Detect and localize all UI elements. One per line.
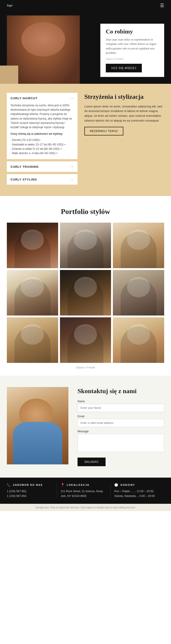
portfolio-heading: Portfolio stylów (7, 208, 164, 216)
list-item: Małe dziecko 1–4 lata (40–55 USD) + (11, 151, 74, 156)
location-lines: 121 Rock Street, 21 Avenue, Nowy Jork, N… (61, 489, 107, 498)
services-heading: Strzyżenia i stylizacja (84, 93, 164, 100)
portfolio-item (60, 223, 111, 268)
name-input[interactable] (78, 404, 164, 412)
services-content: Strzyżenia i stylizacja Lorem ipsum dolo… (84, 93, 164, 187)
hours-lines: Pon – Piątek ....... 11:00 – 20:00, Sobo… (114, 489, 160, 498)
haircut-prices-label: Ceny różnią się w zależności od stylisty… (11, 132, 63, 136)
accordion-title-styling: CURLY STYLING (11, 178, 37, 181)
services-cta-button[interactable]: REZERWUJ TERAZ (84, 127, 123, 136)
contact-image (7, 387, 68, 464)
portfolio-inner: Portfolio stylów Zdjęcia z Freepik (0, 196, 171, 376)
hero-title: Co robimy (106, 28, 159, 35)
accordion-arrow-training: → (70, 164, 74, 169)
footer-text: Sample text. Click to select the text bo… (35, 506, 136, 509)
message-field-group: Message (78, 430, 164, 453)
list-item: Dorośli (70–110 USD)+ (11, 138, 74, 142)
location-title: 📍 LOKALIZACJA (61, 483, 107, 487)
hero-cta-button[interactable]: UCZ SIĘ WIĘCEJ (106, 64, 142, 72)
menu-icon[interactable]: ☰ (160, 3, 164, 8)
footer: Sample text. Click to select the text bo… (0, 504, 171, 511)
portfolio-grid (7, 223, 164, 363)
email-label: Email (78, 415, 164, 418)
contact-form: Skontaktuj się z nami Name Email Message… (78, 387, 164, 466)
phone-title: 📞 ZADZWOŃ DO NAS (7, 483, 53, 487)
phone-icon: 📞 (7, 483, 11, 487)
portfolio-item (60, 270, 111, 316)
list-item: Dziecko w wieku 5–12 lat (60–90 USD) + (11, 147, 74, 151)
portfolio-item (60, 317, 111, 363)
accordion-arrow-haircut: → (70, 96, 74, 100)
info-location: 📍 LOKALIZACJA 121 Rock Street, 21 Avenue… (57, 483, 111, 498)
portfolio-section: Portfolio stylów Zdjęcia z Freepik (0, 196, 171, 376)
accordion-header-haircut[interactable]: CURLY HAIRCUT → (7, 93, 78, 103)
accordion-body-haircut: Technika strzyżenia na sucho, która jest… (7, 103, 78, 159)
info-strip: 📞 ZADZWOŃ DO NAS 1 (234) 567-891, 1 (234… (0, 478, 171, 504)
portfolio-item (7, 223, 58, 268)
services-section: CURLY HAIRCUT → Technika strzyżenia na s… (0, 84, 171, 196)
portfolio-item (113, 317, 164, 363)
message-label: Message (78, 430, 164, 433)
contact-section: Skontaktuj się z nami Name Email Message… (0, 376, 171, 478)
info-hours: 🕐 GODZINY Pon – Piątek ....... 11:00 – 2… (111, 483, 164, 498)
contact-heading: Skontaktuj się z nami (78, 387, 164, 395)
accordion-header-styling[interactable]: CURLY STYLING → (7, 174, 78, 184)
clock-icon: 🕐 (114, 483, 119, 487)
hero-body: Duis aute irure dolor in reprehenderit i… (106, 37, 159, 55)
hero-section: Co robimy Duis aute irure dolor in repre… (0, 11, 171, 84)
navigation: logo ☰ (0, 0, 171, 11)
portfolio-item (7, 270, 58, 316)
info-phone: 📞 ZADZWOŃ DO NAS 1 (234) 567-891, 1 (234… (7, 483, 57, 498)
hours-title: 🕐 GODZINY (114, 483, 160, 487)
email-input[interactable] (78, 419, 164, 427)
services-body: Lorem ipsum dolor sit amet, consectetur … (84, 104, 164, 123)
logo: logo (7, 4, 13, 7)
accordion-item-haircut[interactable]: CURLY HAIRCUT → Technika strzyżenia na s… (7, 93, 78, 159)
name-field-group: Name (78, 400, 164, 412)
message-input[interactable] (78, 434, 164, 452)
portfolio-photo-credit: Zdjęcia z Freepik (7, 366, 164, 369)
haircut-body-text: Technika strzyżenia na sucho, która jest… (11, 103, 74, 130)
submit-button[interactable]: SKŁADAĆ (78, 458, 106, 466)
portfolio-item (113, 270, 164, 316)
email-field-group: Email (78, 415, 164, 427)
name-label: Name (78, 400, 164, 403)
haircut-prices-list: Dorośli (70–110 USD)+ Nastolatki w wieku… (11, 138, 74, 156)
accordion-item-training[interactable]: CURLY TRAINING → (7, 162, 78, 172)
accordion-item-styling[interactable]: CURLY STYLING → (7, 174, 78, 184)
portfolio-item (7, 317, 58, 363)
accordion-arrow-styling: → (70, 177, 74, 182)
location-icon: 📍 (61, 483, 65, 487)
accordion-title-haircut: CURLY HAIRCUT (11, 96, 37, 100)
hero-photo-credit: Zdjęcie z Freepik (106, 57, 159, 61)
portfolio-item (113, 223, 164, 268)
hero-content-box: Co robimy Duis aute irure dolor in repre… (100, 24, 164, 77)
accordion-title-training: CURLY TRAINING (11, 165, 39, 168)
list-item: Nastolatki w wieku 13–17 lat (65–95 USD)… (11, 142, 74, 147)
phone-lines: 1 (234) 567-891, 1 (234) 987-654 (7, 489, 53, 498)
accordion-header-training[interactable]: CURLY TRAINING → (7, 162, 78, 172)
gold-accent (0, 66, 18, 84)
services-accordion: CURLY HAIRCUT → Technika strzyżenia na s… (7, 93, 78, 187)
